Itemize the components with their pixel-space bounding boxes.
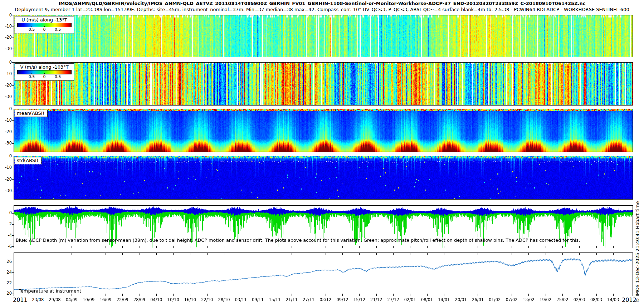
x-tickmark-depth-panel — [359, 246, 360, 248]
x-tick-label: 01/02 — [489, 297, 501, 302]
y-tickmark — [12, 156, 14, 156]
x-tickmark-depth-panel — [156, 246, 157, 248]
x-tickmark-depth-panel — [596, 246, 597, 248]
v-legend-title: V (m/s) along -103°T — [17, 64, 72, 70]
x-tickmark-depth-panel — [512, 246, 512, 248]
y-tick-label: -10 — [0, 72, 12, 76]
y-tickmark — [12, 272, 14, 273]
x-tick-label: 29/08 — [49, 297, 61, 302]
y-tickmark — [12, 49, 14, 49]
x-tick-label: 23/08 — [32, 297, 44, 302]
y-tickmark — [12, 85, 14, 86]
y-tickmark — [12, 168, 14, 168]
imos-copyright-vertical-text: © IMOS 13-Dec-2025 21:40:41 Hobart time — [635, 201, 640, 303]
x-tick-label: 09/12 — [337, 297, 348, 302]
x-tickmark-top — [275, 253, 275, 255]
y-tick-label: -10 — [0, 165, 12, 170]
x-tickmark-top — [258, 253, 258, 255]
y-tickmark — [12, 191, 14, 191]
x-tickmark-top — [579, 253, 580, 255]
x-tickmark-depth-panel — [393, 246, 394, 248]
x-tickmark-depth-panel — [38, 246, 38, 248]
y-tick-label: -30 — [0, 141, 12, 146]
x-tick-label: 21/12 — [370, 297, 382, 302]
y-tickmark — [12, 120, 14, 121]
x-tickmark-depth-panel — [241, 246, 241, 248]
x-tickmark-depth-panel — [562, 246, 563, 248]
y-tick-label: -4 — [0, 233, 12, 238]
x-tick-label: 10/09 — [83, 297, 94, 302]
x-tickmark-depth-panel — [495, 246, 495, 248]
x-tickmark-depth-panel — [376, 246, 377, 248]
x-tick-label: 16/09 — [99, 297, 111, 302]
y-tickmark — [12, 97, 14, 97]
y-tick-label: 0 — [0, 60, 12, 65]
x-tick-label: 08/01 — [421, 297, 433, 302]
x-tickmark-top — [393, 253, 394, 255]
x-tickmark-bottom — [156, 294, 157, 296]
temperature-line-canvas — [14, 253, 633, 296]
x-tickmark-depth-panel — [258, 246, 258, 248]
x-tick-label: 20/01 — [455, 297, 467, 302]
x-tickmark-top — [224, 253, 224, 255]
x-tick-label: 08/03 — [590, 297, 602, 302]
y-tick-label: -10 — [0, 24, 12, 29]
y-tickmark — [12, 246, 14, 247]
std-absi-label: std(ABSI) — [15, 157, 42, 164]
x-tickmark-depth-panel — [528, 246, 529, 248]
u-velocity-heatmap-canvas — [14, 15, 633, 57]
x-tickmark-depth-panel — [326, 246, 326, 248]
x-tickmark-bottom — [427, 294, 428, 296]
x-tickmark-top — [359, 253, 360, 255]
x-tickmark-depth-panel — [275, 246, 275, 248]
x-axis-year-end: 2012 — [622, 296, 636, 303]
y-tickmark — [12, 109, 14, 109]
x-tick-label: 09/11 — [252, 297, 264, 302]
x-tickmark-bottom — [512, 294, 512, 296]
y-tick-label: 0 — [0, 13, 12, 18]
x-tickmark-top — [72, 253, 72, 255]
x-tickmark-top — [613, 253, 614, 255]
x-tick-label: 26/01 — [472, 297, 484, 302]
x-tickmark-bottom — [376, 294, 377, 296]
y-tickmark — [12, 143, 14, 144]
x-tick-label: 22/10 — [201, 297, 213, 302]
x-tickmark-top — [55, 253, 55, 255]
x-tickmark-top — [207, 253, 208, 255]
x-tick-label: 28/09 — [133, 297, 145, 302]
y-tick-label: -2 — [0, 222, 12, 226]
y-tick-label: -20 — [0, 129, 12, 134]
v-velocity-heatmap-canvas — [14, 63, 633, 105]
x-tick-label: 13/02 — [523, 297, 535, 302]
panel-v-velocity: V (m/s) along -103°T -0.5 0 0.5 — [14, 62, 633, 106]
y-tickmark — [12, 74, 14, 74]
colorbar-tick-label: -0.5 — [27, 74, 35, 79]
x-tickmark-depth-panel — [342, 246, 343, 248]
x-tick-label: 16/10 — [184, 297, 196, 302]
y-tick-label: 22 — [0, 281, 12, 285]
x-tickmark-bottom — [140, 294, 140, 296]
x-tickmark-depth-panel — [190, 246, 190, 248]
x-tick-label: 21/11 — [286, 297, 298, 302]
x-tickmark-depth-panel — [410, 246, 410, 248]
panel-mean-absi: mean(ABSI) — [14, 109, 633, 152]
y-tick-label: 20 — [0, 291, 12, 296]
colorbar-tick-label: 0 — [43, 74, 46, 79]
x-tickmark-depth-panel — [72, 246, 72, 248]
y-tick-label: -6 — [0, 244, 12, 249]
panel-std-absi: std(ABSI) — [14, 156, 633, 200]
y-tickmark — [12, 15, 14, 15]
x-tickmark-depth-panel — [55, 246, 55, 248]
x-tickmark-bottom — [410, 294, 410, 296]
colorbar-tick-label: 0 — [43, 27, 46, 32]
x-tickmark-top — [241, 253, 241, 255]
y-tickmark — [12, 262, 14, 262]
y-tick-label: -20 — [0, 83, 12, 88]
x-tick-label: 22/09 — [117, 297, 128, 302]
x-tickmark-top — [562, 253, 563, 255]
x-tick-label: 03/12 — [319, 297, 331, 302]
x-tickmark-top — [140, 253, 140, 255]
x-tickmark-depth-panel — [292, 246, 292, 248]
x-tickmark-bottom — [546, 294, 546, 296]
x-tickmark-bottom — [224, 294, 224, 296]
